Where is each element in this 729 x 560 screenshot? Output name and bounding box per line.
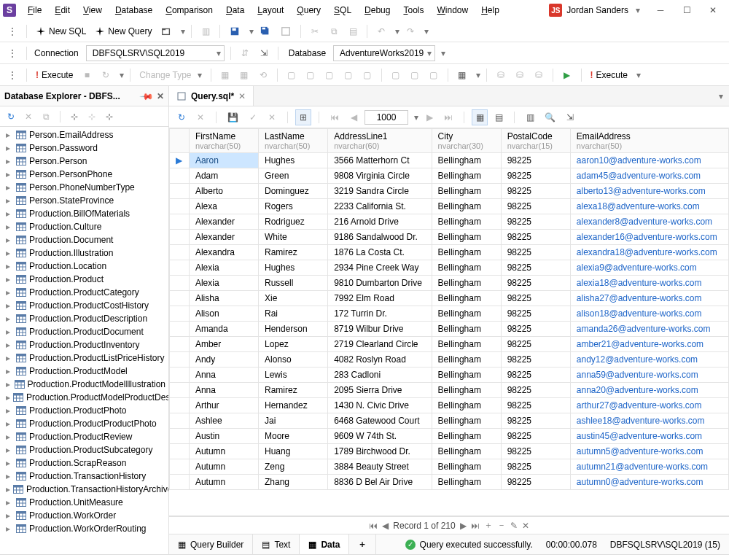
table-row[interactable]: AnnaRamirez2095 Sierra DriveBellingham98…	[170, 383, 729, 398]
tree-item[interactable]: ▸Production.ProductModelProductDescripti…	[0, 391, 168, 404]
tree-item[interactable]: ▸Production.ProductProductPhoto	[0, 417, 168, 430]
cell[interactable]: Anna	[189, 383, 258, 398]
expand-icon[interactable]: ▸	[6, 274, 13, 284]
cell[interactable]: Hughes	[259, 260, 328, 276]
tab-data[interactable]: ▦ Data	[300, 534, 349, 554]
change-type-button[interactable]: Change Type ▾	[136, 70, 204, 80]
menu-item-data[interactable]: Data	[220, 2, 250, 18]
cell[interactable]: Alexia	[189, 260, 258, 276]
tree-item[interactable]: ▸Production.ProductModel	[0, 365, 168, 378]
email-link[interactable]: alexander8@adventure-works.com	[577, 217, 712, 227]
expand-icon[interactable]: ▸	[6, 327, 13, 337]
cell[interactable]: 216 Arnold Drive	[328, 214, 432, 230]
tree-item[interactable]: ▸Production.ProductPhoto	[0, 404, 168, 417]
cell[interactable]: Zeng	[259, 459, 328, 475]
tree-item[interactable]: ▸Production.ProductReview	[0, 430, 168, 443]
filter-icon-2[interactable]: ⊹	[84, 109, 100, 125]
menu-item-comparison[interactable]: Comparison	[160, 2, 219, 18]
menu-item-file[interactable]: File	[22, 2, 47, 18]
tree-item[interactable]: ▸Production.TransactionHistoryArchive	[0, 483, 168, 496]
table-row[interactable]: AlexiaRussell9810 Dumbarton DriveBelling…	[170, 276, 729, 291]
generic-toolbar-button[interactable]: ⛁	[531, 67, 547, 83]
table-row[interactable]: ArthurHernandez1430 N. Civic DriveBellin…	[170, 398, 729, 413]
prev-record-icon[interactable]: ◀	[382, 521, 389, 531]
cell[interactable]: 6468 Gatewood Court	[328, 413, 432, 429]
cell[interactable]: Rogers	[259, 199, 328, 214]
cell[interactable]: autumn0@adventure-works.com	[570, 475, 728, 490]
email-link[interactable]: andy12@adventure-works.com	[577, 354, 698, 365]
cell[interactable]: Bellingham	[432, 214, 501, 230]
generic-toolbar-button[interactable]: ▢	[303, 67, 319, 83]
menu-item-sql[interactable]: SQL	[328, 2, 357, 18]
cell[interactable]: 98225	[501, 368, 570, 383]
close-button[interactable]: ✕	[700, 2, 726, 18]
database-combo[interactable]: AdventureWorks2019 ▾	[333, 45, 435, 61]
email-link[interactable]: alberto13@adventure-works.com	[577, 186, 706, 196]
cell[interactable]: 98225	[501, 230, 570, 245]
menu-item-help[interactable]: Help	[475, 2, 505, 18]
cell[interactable]: amanda26@adventure-works.com	[570, 322, 728, 337]
table-row[interactable]: AutumnZhang8836 D Bel Air DriveBellingha…	[170, 475, 729, 490]
cell[interactable]: Bellingham	[432, 444, 501, 459]
search-icon[interactable]: 🔍	[541, 109, 559, 125]
cell[interactable]: Jai	[259, 413, 328, 429]
cell[interactable]: Alexander	[189, 230, 258, 245]
cell[interactable]: 98225	[501, 383, 570, 398]
cell[interactable]: White	[259, 230, 328, 245]
cell[interactable]: 98225	[501, 429, 570, 444]
delete-icon[interactable]: ✕	[20, 109, 36, 125]
tree-item[interactable]: ▸Production.ScrapReason	[0, 456, 168, 470]
export-icon[interactable]: ⇲	[562, 109, 578, 125]
card-view-icon[interactable]: ▤	[491, 109, 507, 125]
cell[interactable]: Bellingham	[432, 337, 501, 352]
cancel-edit-icon[interactable]: ✕	[264, 109, 280, 125]
generic-toolbar-button[interactable]: ▦	[236, 67, 252, 83]
generic-toolbar-button[interactable]: ▢	[359, 67, 375, 83]
cell[interactable]: 1876 La Costa Ct.	[328, 245, 432, 260]
cell[interactable]: Bellingham	[432, 322, 501, 337]
cell[interactable]: Autumn	[189, 444, 258, 459]
tree-item[interactable]: ▸Production.ProductDescription	[0, 312, 168, 325]
connect-button[interactable]: ⇵	[237, 45, 253, 61]
expand-icon[interactable]: ▸	[6, 366, 13, 376]
generic-toolbar-button[interactable]: ▢	[340, 67, 356, 83]
open-button[interactable]	[157, 23, 175, 39]
grid-mode-icon[interactable]: ⊞	[295, 109, 311, 125]
cell[interactable]: anna20@adventure-works.com	[570, 383, 728, 398]
menu-item-tools[interactable]: Tools	[397, 2, 429, 18]
table-row[interactable]: AutumnHuang1789 Birchwood Dr.Bellingham9…	[170, 444, 729, 459]
table-row[interactable]: AlexanderRodriguez216 Arnold DriveBellin…	[170, 214, 729, 230]
expand-icon[interactable]: ▸	[6, 419, 13, 429]
cell[interactable]: 98225	[501, 337, 570, 352]
cell[interactable]: Alexa	[189, 199, 258, 214]
email-link[interactable]: alexa18@adventure-works.com	[577, 201, 700, 211]
cell[interactable]: Alexia	[189, 276, 258, 291]
cell[interactable]: Hughes	[259, 153, 328, 168]
cell[interactable]: Alison	[189, 306, 258, 322]
cell[interactable]: andy12@adventure-works.com	[570, 352, 728, 368]
expand-icon[interactable]: ▸	[6, 314, 13, 324]
redo-button[interactable]: ↷	[402, 23, 418, 39]
cell[interactable]: 3219 Sandra Circle	[328, 184, 432, 199]
generic-toolbar-button[interactable]: ▢	[284, 67, 300, 83]
cell[interactable]: alexa18@adventure-works.com	[570, 199, 728, 214]
email-link[interactable]: alexandra18@adventure-works.com	[577, 247, 717, 257]
generic-toolbar-button[interactable]: ▢	[407, 67, 423, 83]
cell[interactable]: Bellingham	[432, 230, 501, 245]
cell[interactable]: alexander8@adventure-works.com	[570, 214, 728, 230]
email-link[interactable]: autumn21@adventure-works.com	[577, 462, 708, 472]
tree-item[interactable]: ▸Production.ProductModelIllustration	[0, 378, 168, 391]
execute-button[interactable]: ! Execute	[33, 70, 76, 80]
cell[interactable]: alexandra18@adventure-works.com	[570, 245, 728, 260]
cell[interactable]: 4082 Roslyn Road	[328, 352, 432, 368]
columns-icon[interactable]: ▥	[522, 109, 538, 125]
tab-query-builder[interactable]: ▦ Query Builder	[169, 534, 253, 554]
cell[interactable]: alberto13@adventure-works.com	[570, 184, 728, 199]
cell[interactable]: 2934 Pine Creek Way	[328, 260, 432, 276]
chevron-down-icon[interactable]: ▾	[636, 70, 641, 80]
pin-icon[interactable]: 📌	[139, 88, 155, 104]
expand-icon[interactable]: ▸	[6, 182, 13, 192]
tab-query-sql[interactable]: Query.sql* ✕	[169, 86, 254, 106]
expand-icon[interactable]: ▸	[6, 458, 13, 468]
undo-button[interactable]: ↶	[373, 23, 389, 39]
